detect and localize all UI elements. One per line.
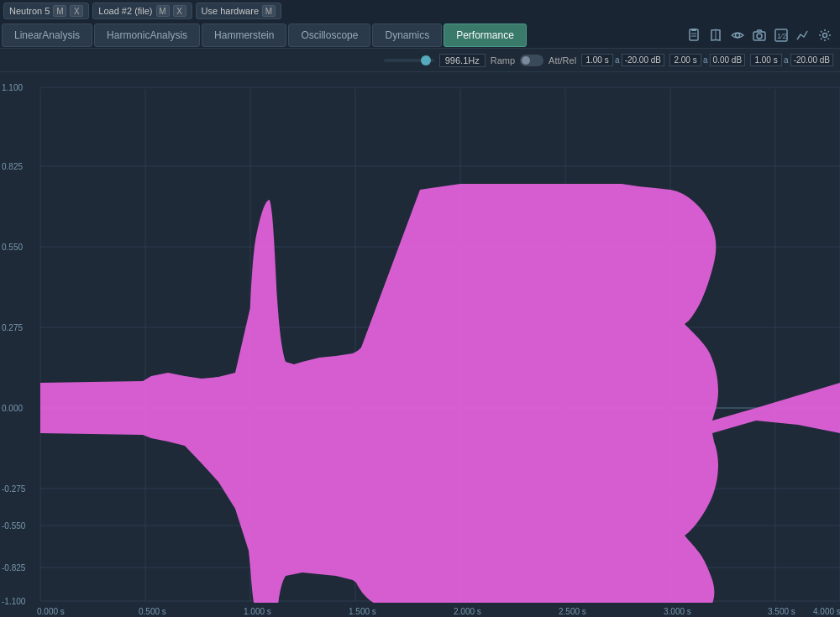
svg-point-5: [736, 33, 740, 37]
param1-db[interactable]: -20.00 dB: [622, 54, 664, 66]
svg-text:1⁄2: 1⁄2: [777, 32, 787, 40]
load-m-button[interactable]: M: [156, 5, 170, 17]
svg-point-10: [823, 33, 827, 37]
toolbar-icons: 1⁄2: [685, 27, 838, 44]
param-group-2: 2.00 s a 0.00 dB: [669, 54, 745, 66]
param3-time[interactable]: 1.00 s: [750, 54, 782, 66]
svg-text:3.000 s: 3.000 s: [664, 607, 691, 616]
svg-text:1.100: 1.100: [2, 83, 23, 92]
tab-dynamics[interactable]: Dynamics: [372, 24, 442, 47]
att-rel-toggle[interactable]: [520, 55, 543, 66]
eye-icon[interactable]: [729, 27, 746, 44]
ramp-label: Ramp: [491, 55, 515, 65]
tab-harmonic-analysis[interactable]: HarmonicAnalysis: [94, 24, 200, 47]
svg-text:0.000: 0.000: [2, 404, 23, 413]
svg-text:-0.275: -0.275: [2, 484, 26, 494]
svg-text:0.825: 0.825: [2, 162, 23, 171]
chart-area: Att/Rel #3: Neutron 5 Store: [0, 72, 840, 617]
settings-icon[interactable]: [816, 27, 833, 44]
tab-bar: LinearAnalysis HarmonicAnalysis Hammerst…: [0, 22, 840, 49]
neutron5-section: Neutron 5 M X: [3, 3, 89, 19]
param2-time[interactable]: 2.00 s: [669, 54, 701, 66]
camera-icon[interactable]: [751, 27, 768, 44]
tab-oscilloscope[interactable]: Oscilloscope: [288, 24, 370, 47]
param2-db[interactable]: 0.00 dB: [710, 54, 745, 66]
svg-text:-0.825: -0.825: [2, 563, 26, 573]
tab-hammerstein[interactable]: Hammerstein: [202, 24, 286, 47]
toggle-knob: [522, 56, 530, 65]
freq-slider-thumb: [421, 55, 431, 65]
param-group-1: 1.00 s a -20.00 dB: [581, 54, 664, 66]
svg-text:1.000 s: 1.000 s: [244, 607, 271, 616]
neutron5-label: Neutron 5: [9, 6, 50, 16]
hardware-label: Use hardware: [202, 6, 259, 16]
freq-value[interactable]: 996.1Hz: [439, 54, 486, 67]
svg-text:-0.550: -0.550: [2, 521, 26, 531]
att-rel-label: Att/Rel: [549, 55, 576, 65]
clipboard-icon[interactable]: [685, 27, 702, 44]
param3-db[interactable]: -20.00 dB: [790, 54, 833, 66]
chart-svg: 1.100 0.825 0.550 0.275 0.000 -0.275 -0.…: [0, 72, 840, 617]
number-icon[interactable]: 1⁄2: [773, 27, 790, 44]
param1-unit: a: [615, 55, 620, 65]
svg-text:2.500 s: 2.500 s: [559, 607, 586, 616]
svg-text:0.000 s: 0.000 s: [37, 607, 65, 616]
neutron5-x-button[interactable]: X: [70, 5, 83, 17]
svg-text:0.550: 0.550: [2, 243, 23, 252]
book-icon[interactable]: [707, 27, 724, 44]
param2-unit: a: [703, 55, 708, 65]
freq-slider[interactable]: [384, 59, 434, 62]
svg-point-7: [757, 34, 762, 39]
chart-icon[interactable]: [795, 27, 811, 44]
svg-text:0.275: 0.275: [2, 323, 23, 332]
neutron5-m-button[interactable]: M: [53, 5, 66, 17]
hardware-section: Use hardware M: [196, 3, 281, 19]
tab-linear-analysis[interactable]: LinearAnalysis: [2, 24, 92, 47]
svg-text:0.500 s: 0.500 s: [139, 607, 166, 616]
title-bar: Neutron 5 M X Load #2 (file) M X Use har…: [0, 0, 840, 22]
param-group-3: 1.00 s a -20.00 dB: [750, 54, 833, 66]
svg-text:2.000 s: 2.000 s: [454, 607, 481, 616]
load-label: Load #2 (file): [98, 6, 152, 16]
svg-text:-1.100: -1.100: [2, 597, 26, 606]
tab-performance[interactable]: Performance: [444, 24, 527, 47]
param1-time[interactable]: 1.00 s: [581, 54, 613, 66]
param3-unit: a: [784, 55, 789, 65]
hardware-m-button[interactable]: M: [262, 5, 276, 17]
svg-rect-1: [691, 29, 696, 31]
svg-text:1.500 s: 1.500 s: [349, 607, 376, 616]
controls-bar: 996.1Hz Ramp Att/Rel 1.00 s a -20.00 dB …: [0, 49, 840, 72]
load-section: Load #2 (file) M X: [92, 3, 192, 19]
load-x-button[interactable]: X: [173, 5, 186, 17]
svg-text:3.500 s: 3.500 s: [768, 607, 795, 616]
svg-text:4.000 s: 4.000 s: [813, 607, 840, 616]
freq-display: 996.1Hz Ramp Att/Rel 1.00 s a -20.00 dB …: [384, 54, 833, 67]
